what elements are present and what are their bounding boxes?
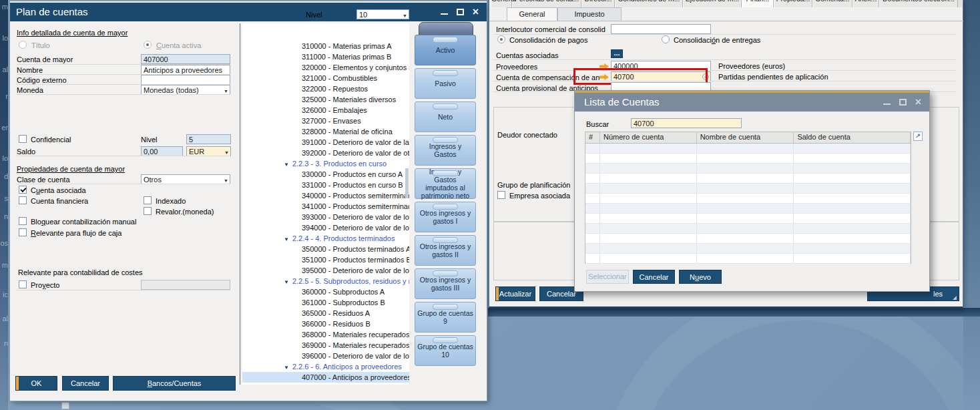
tree-account-row[interactable]: 320000 - Elementos y conjuntos incor xyxy=(242,62,409,73)
tree-account-row[interactable]: 341000 - Productos semiterminados B xyxy=(242,201,409,212)
drawer-otros-ingresos-y-gastos-iii[interactable]: Otros ingresos y gastos III xyxy=(415,268,476,299)
tree-account-row[interactable]: 322000 - Repuestos xyxy=(242,83,409,94)
bancos-cuentas-button[interactable]: Bancos/Cuentas xyxy=(113,376,236,391)
drawer-grupo-de-cuentas-9[interactable]: Grupo de cuentas 9 xyxy=(415,302,476,333)
indexado-checkbox[interactable] xyxy=(144,196,152,204)
tree-group-row[interactable]: ▼2.2.3 - 3. Productos en curso xyxy=(242,158,409,169)
buscar-field[interactable]: 40700 xyxy=(631,118,742,128)
browse-button[interactable]: ... xyxy=(611,49,623,58)
table-row[interactable] xyxy=(585,204,911,214)
cuenta-asociada-checkbox[interactable] xyxy=(19,186,27,194)
tree-account-row[interactable]: 310000 - Materias primas A xyxy=(242,41,409,51)
close-icon[interactable]: × xyxy=(473,7,479,17)
actualizar-button[interactable]: Actualizar xyxy=(495,286,535,301)
radio-cuenta-activa[interactable] xyxy=(144,41,152,49)
tree-account-row[interactable]: 368000 - Materiales recuperados A xyxy=(242,329,409,340)
nivel-field[interactable]: 5 xyxy=(186,134,231,144)
chevron-down-icon[interactable]: ▼ xyxy=(403,12,407,19)
cuenta-mayor-field[interactable]: 407000 xyxy=(141,54,230,64)
drawer-ingresos-y-gastos-imputados-al-patrimonio-neto[interactable]: Ingresos y Gastos imputados al patrimoni… xyxy=(415,168,476,199)
tree-nivel-dropdown[interactable]: 10 ▼ xyxy=(356,9,409,19)
tree-scrollbar-thumb[interactable] xyxy=(405,168,409,198)
tree-group-row[interactable]: ▼2.2.6 - 6. Anticipos a proveedores xyxy=(242,361,409,372)
radio-titulo[interactable] xyxy=(19,41,27,49)
tree-account-row[interactable]: 321000 - Combustibles xyxy=(242,73,409,83)
empresa-asociada-checkbox[interactable] xyxy=(497,191,505,199)
drawer-grupo-de-cuentas-10[interactable]: Grupo de cuentas 10 xyxy=(415,335,476,366)
radio-consolidacion-entregas[interactable] xyxy=(662,35,670,43)
dialog-titlebar[interactable]: Lista de Cuentas × xyxy=(575,93,929,112)
tree-account-row[interactable]: 393000 - Deterioro de valor de los pro xyxy=(242,212,409,222)
table-row[interactable] xyxy=(585,254,911,264)
tree-account-row[interactable]: 391000 - Deterioro de valor de las mat xyxy=(242,137,409,148)
bloquear-checkbox[interactable] xyxy=(19,217,27,225)
tree-account-row[interactable]: 311000 - Materias primas B xyxy=(242,51,409,62)
tree-account-row[interactable]: 330000 - Productos en curso A xyxy=(242,169,409,180)
bp-tab-documentos-electr-n-[interactable]: Documentos electrón... xyxy=(879,0,958,7)
cancel-button[interactable]: Cancelar xyxy=(62,376,109,391)
tree-account-row[interactable]: 327000 - Envases xyxy=(242,116,409,126)
bp-tab-finan-[interactable]: Finan... xyxy=(742,0,774,7)
relevante-flujo-checkbox[interactable] xyxy=(19,228,27,236)
drawer-pasivo[interactable]: Pasivo xyxy=(415,68,476,99)
tree-account-row[interactable]: 331000 - Productos en curso B xyxy=(242,180,409,190)
drawer-otros-ingresos-y-gastos-i[interactable]: Otros ingresos y gastos I xyxy=(415,202,476,232)
tab-impuesto[interactable]: Impuesto xyxy=(557,7,622,21)
collapse-triangle-icon[interactable]: ▼ xyxy=(284,236,289,242)
nuevo-button[interactable]: Nuevo xyxy=(679,270,722,284)
table-row[interactable] xyxy=(585,144,911,154)
bp-tab-condiciones-de-m-[interactable]: Condiciones de m... xyxy=(615,0,683,7)
maximize-icon[interactable] xyxy=(899,99,907,106)
close-icon[interactable]: × xyxy=(915,97,921,107)
tree-account-row[interactable]: 365000 - Residuos A xyxy=(242,308,409,319)
tree-account-row[interactable]: 326000 - Embalajes xyxy=(242,105,409,116)
tree-account-row[interactable]: 325000 - Materiales diversos xyxy=(242,94,409,105)
tree-account-row[interactable]: 392000 - Deterioro de valor de otros a xyxy=(242,148,409,158)
tree-account-row[interactable]: 407000 - Anticipos a proveedores xyxy=(242,372,409,383)
saldo-field[interactable]: 0,00 xyxy=(141,146,183,156)
ok-button[interactable]: OK xyxy=(15,376,57,391)
bp-tab-comenta-[interactable]: Comenta... xyxy=(812,0,852,7)
bp-tab-anex-[interactable]: Anex... xyxy=(852,0,879,7)
minimize-icon[interactable] xyxy=(883,104,891,105)
bp-tab-propieda-[interactable]: Propieda... xyxy=(774,0,812,7)
tree-account-row[interactable]: 351000 - Productos terminados B xyxy=(242,254,409,265)
table-row[interactable] xyxy=(585,174,911,184)
tree-account-row[interactable]: 328000 - Material de oficina xyxy=(242,126,409,137)
drawer-activo[interactable]: Activo xyxy=(415,35,476,65)
tree-account-row[interactable]: 350000 - Productos terminados A xyxy=(242,244,409,254)
saldo-currency-dropdown[interactable]: EUR ▼ xyxy=(186,146,231,156)
nombre-field[interactable]: Anticipos a proveedores xyxy=(141,65,230,75)
collapse-triangle-icon[interactable]: ▼ xyxy=(284,162,289,168)
table-row[interactable] xyxy=(585,184,911,194)
table-row[interactable] xyxy=(585,214,911,224)
codigo-externo-field[interactable] xyxy=(141,75,230,85)
proyecto-checkbox[interactable] xyxy=(19,280,27,288)
revalor-checkbox[interactable] xyxy=(144,207,152,215)
table-row[interactable] xyxy=(585,194,911,204)
bp-tab-general[interactable]: General xyxy=(491,0,512,7)
table-row[interactable] xyxy=(585,154,911,164)
cuenta-financiera-checkbox[interactable] xyxy=(19,196,27,204)
tree-account-row[interactable]: 369000 - Materiales recuperados B xyxy=(242,340,409,351)
table-row[interactable] xyxy=(585,224,911,234)
bp-tab-ejecuci-n-de-m-[interactable]: Ejecución de m... xyxy=(683,0,742,7)
resize-grip-icon[interactable] xyxy=(953,296,957,300)
tree-account-row[interactable]: 396000 - Deterioro de valor de los sub xyxy=(242,351,409,361)
dialog-cancelar-button[interactable]: Cancelar xyxy=(633,270,675,284)
collapse-triangle-icon[interactable]: ▼ xyxy=(284,279,289,285)
window-titlebar[interactable]: Plan de cuentas × xyxy=(10,3,487,21)
bp-tab-personas-de-conta-[interactable]: Personas de conta... xyxy=(512,0,581,7)
minimize-icon[interactable] xyxy=(441,13,448,15)
tree-account-row[interactable]: 340000 - Productos semiterminados A xyxy=(242,190,409,201)
tree-account-row[interactable]: 395000 - Deterioro de valor de los pro xyxy=(242,265,409,276)
tree-group-row[interactable]: ▼2.2.4 - 4. Productos terminados xyxy=(242,233,409,244)
tree-account-row[interactable]: 361000 - Subproductos B xyxy=(242,297,409,308)
radio-consolidacion-pagos[interactable] xyxy=(497,35,505,43)
interlocutor-field[interactable] xyxy=(611,24,711,34)
tab-general[interactable]: General xyxy=(507,7,557,21)
confidencial-checkbox[interactable] xyxy=(19,135,27,143)
tree-account-row[interactable]: 360000 - Subproductos A xyxy=(242,286,409,297)
drawer-ingresos-y-gastos[interactable]: Ingresos y Gastos xyxy=(415,135,476,166)
moneda-dropdown[interactable]: Monedas (todas) ▼ xyxy=(141,85,230,95)
